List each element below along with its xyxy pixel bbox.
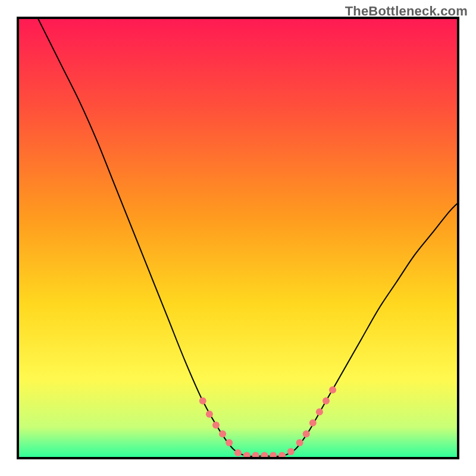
marker-dot [219,430,226,437]
marker-dot [287,448,295,455]
marker-dot [206,411,213,418]
watermark-label: TheBottleneck.com [345,4,468,19]
marker-dot [303,430,310,437]
marker-dot [212,422,220,429]
marker-dot [199,397,206,405]
marker-dot [296,439,303,446]
plot-background [18,18,458,458]
marker-dot [234,449,242,456]
marker-dot [226,439,233,446]
marker-dot [316,408,323,415]
marker-dot [322,397,330,405]
bottleneck-plot [0,0,476,476]
chart-container: TheBottleneck.com [0,0,476,476]
marker-dot [309,419,317,427]
marker-dot [329,386,336,393]
